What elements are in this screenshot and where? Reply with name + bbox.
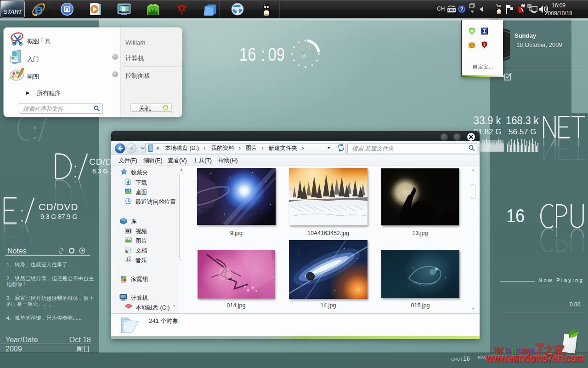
- svg-text:下 午: 下 午: [299, 45, 311, 51]
- svg-text:?: ?: [460, 7, 463, 12]
- svg-text:16: 16: [300, 53, 306, 58]
- svg-text:e: e: [34, 2, 43, 17]
